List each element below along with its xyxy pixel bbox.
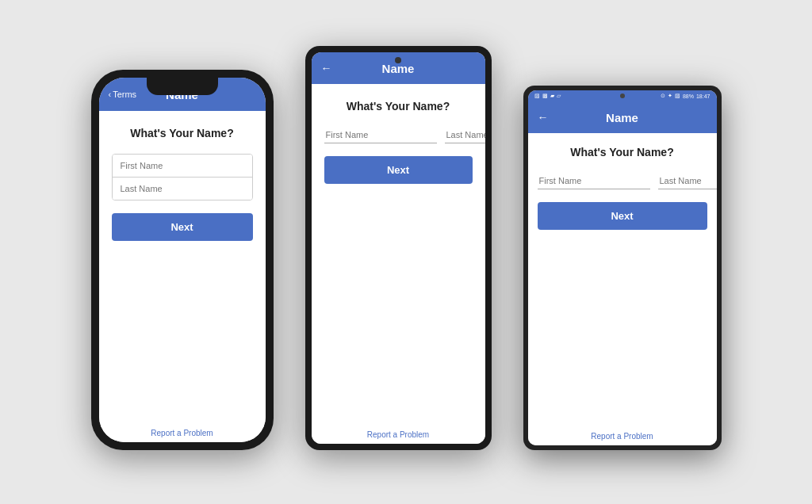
ios-form-title: What's Your Name? — [112, 127, 253, 139]
android-tall-app-title: Name — [382, 62, 415, 75]
android-wide-back-icon[interactable]: ← — [538, 111, 549, 124]
android-tall-input-row — [324, 127, 473, 143]
phone-android-tall: ← Name What's Your Name? Next Report a P… — [305, 46, 492, 450]
phone-ios-screen: ‹ Terms Name What's Your Name? Next Repo… — [99, 78, 266, 442]
android-wide-status-bar: ▨ ▩ ▰ ▱ ⊙ ✦ ▨ 88% 18:47 — [528, 90, 717, 101]
time-label: 18:47 — [696, 94, 710, 99]
ios-input-group — [112, 154, 253, 200]
app-icon-1: ▨ — [534, 93, 540, 99]
android-wide-input-row — [538, 173, 707, 189]
android-tall-back-icon[interactable]: ← — [321, 62, 332, 74]
signal-icon: ▨ — [675, 93, 680, 99]
bluetooth-icon: ✦ — [668, 93, 672, 99]
android-tall-spacer — [324, 193, 473, 410]
android-wide-first-name-input[interactable] — [538, 173, 650, 189]
status-right-icons: ⊙ ✦ ▨ 88% 18:47 — [661, 93, 710, 99]
android-wide-last-name-input[interactable] — [658, 173, 717, 189]
ios-report-link[interactable]: Report a Problem — [99, 421, 266, 442]
android-tall-first-name-input[interactable] — [324, 127, 437, 143]
app-icon-4: ▱ — [557, 93, 561, 99]
android-tall-form-title: What's Your Name? — [324, 100, 473, 113]
android-tall-last-name-input[interactable] — [445, 127, 485, 143]
phone-ios: ‹ Terms Name What's Your Name? Next Repo… — [91, 70, 274, 450]
android-wide-app-content: What's Your Name? Next — [528, 133, 717, 424]
status-icons: ▨ ▩ ▰ ▱ — [534, 93, 561, 99]
android-wide-header: ← Name — [528, 101, 717, 133]
chevron-left-icon: ‹ — [109, 90, 112, 99]
ios-app-content: What's Your Name? Next — [99, 111, 266, 421]
phone-android-wide-screen: ▨ ▩ ▰ ▱ ⊙ ✦ ▨ 88% 18:47 ← Name What's Yo… — [528, 90, 717, 445]
android-wide-form-title: What's Your Name? — [538, 146, 707, 158]
android-wide-app-title: Name — [606, 111, 638, 124]
android-tall-header: ← Name — [312, 52, 485, 84]
android-wide-spacer — [538, 239, 707, 414]
ios-next-button[interactable]: Next — [112, 213, 253, 241]
battery-label: 88% — [683, 94, 694, 99]
android-wide-next-button[interactable]: Next — [538, 202, 707, 230]
phone-android-tall-screen: ← Name What's Your Name? Next Report a P… — [312, 52, 485, 444]
android-tall-next-button[interactable]: Next — [324, 156, 473, 184]
ios-first-name-input[interactable] — [113, 155, 252, 178]
ios-app-title: Name — [166, 88, 198, 101]
ios-back-button[interactable]: ‹ Terms — [109, 90, 137, 99]
phone-android-wide: ▨ ▩ ▰ ▱ ⊙ ✦ ▨ 88% 18:47 ← Name What's Yo… — [523, 86, 722, 450]
wifi-icon: ⊙ — [661, 93, 665, 99]
android-tall-report-link[interactable]: Report a Problem — [312, 422, 485, 444]
android-wide-report-link[interactable]: Report a Problem — [528, 424, 717, 445]
ios-back-label: Terms — [113, 90, 136, 99]
app-icon-2: ▩ — [542, 93, 548, 99]
ios-header: ‹ Terms Name — [99, 78, 266, 111]
app-icon-3: ▰ — [550, 93, 554, 99]
ios-spacer — [112, 250, 253, 408]
android-tall-app-content: What's Your Name? Next — [312, 84, 485, 422]
ios-last-name-input[interactable] — [113, 178, 252, 200]
